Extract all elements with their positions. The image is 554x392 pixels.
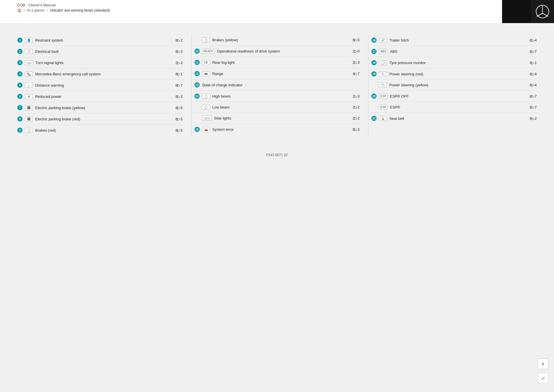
item-number: 8 xyxy=(17,116,23,122)
item-label: Range xyxy=(212,72,347,76)
item-label: Seat belt xyxy=(389,116,524,121)
scroll-more-button[interactable]: ⤢ xyxy=(538,373,548,383)
item-icon: ■■ xyxy=(202,71,210,76)
item-label: Mercedes-Benz emergency call system xyxy=(35,72,170,76)
breadcrumb-at-a-glance[interactable]: At a glance xyxy=(27,8,44,12)
column-2: ◯Brakes (yellow)8▷510READYOperational re… xyxy=(194,35,366,135)
item-label: Rear fog light xyxy=(212,60,347,65)
item-icon: READY xyxy=(202,49,215,54)
list-item: 4📞Mercedes-Benz emergency call system8▷1 xyxy=(17,68,183,80)
item-number: 2 xyxy=(17,49,23,54)
main-content: 1👤Restraint system8▷22⬜Electrical fault8… xyxy=(0,23,554,180)
header-main: EQB - Owner's Manual 🏠 > At a glance > I… xyxy=(0,0,502,23)
svg-line-2 xyxy=(537,13,542,16)
list-item: ◯Brakes (yellow)8▷5 xyxy=(194,35,360,46)
list-item: ◯Low beam2▷2 xyxy=(194,102,360,113)
item-label: Tyre pressure monitor xyxy=(389,61,524,65)
list-item: 1👤Restraint system8▷2 xyxy=(17,35,183,46)
breadcrumb-sep2: > xyxy=(46,8,48,12)
item-number: 4 xyxy=(17,71,23,76)
columns-container: 1👤Restraint system8▷22⬜Electrical fault8… xyxy=(17,35,537,136)
scroll-up-button[interactable]: ∧ xyxy=(538,359,548,369)
item-page: 8▷2 xyxy=(173,38,182,42)
item-icon: 👤 xyxy=(25,38,33,43)
item-icon: ◯ xyxy=(202,105,210,110)
item-icon: 🔒 xyxy=(379,116,387,121)
item-page: 8▷5 xyxy=(173,106,182,110)
item-page: 8▷3 xyxy=(173,49,182,54)
breadcrumb: 🏠 > At a glance > Indicator and warning … xyxy=(17,8,485,12)
item-label: System error xyxy=(212,127,347,132)
list-item: 7🆏Electric parking brake (yellow)8▷5 xyxy=(17,102,183,113)
item-page: 8▷4 xyxy=(527,72,537,76)
item-number: 5 xyxy=(17,83,23,88)
list-item: 20ESPESP® OFF8▷7 xyxy=(371,91,537,102)
item-number: 16 xyxy=(371,38,377,43)
list-item: 12■■Range4▷7 xyxy=(194,68,360,79)
item-icon: ◯ xyxy=(202,38,210,42)
mercedes-logo xyxy=(531,0,554,23)
item-icon: ◯ xyxy=(202,94,210,99)
list-item: 15🚗System error8▷3 xyxy=(194,124,360,135)
item-number: 11 xyxy=(194,60,200,65)
item-number: 12 xyxy=(194,71,200,76)
list-item: 14◯High beam2▷3 xyxy=(194,91,360,102)
item-label: Reduced power xyxy=(35,94,170,99)
list-item: 🔧Power steering (yellow)8▷4 xyxy=(371,80,537,91)
list-item: ◻◻◻Side lights2▷2 xyxy=(194,113,360,124)
item-page: 8▷7 xyxy=(527,94,537,98)
item-icon: ◯! xyxy=(379,60,387,65)
item-page: 8▷3 xyxy=(173,94,182,99)
header: EQB - Owner's Manual 🏠 > At a glance > I… xyxy=(0,0,554,23)
item-number: 10 xyxy=(194,48,200,54)
item-page: 8▷3 xyxy=(350,127,360,132)
item-number: 18 xyxy=(371,60,377,65)
item-label: Distance warning xyxy=(35,83,170,87)
item-page: 2▷2 xyxy=(350,116,360,120)
item-icon: 🔧 xyxy=(379,83,387,87)
column-3: 16🔗Trailer hitch8▷417ABSABS8▷718◯!Tyre p… xyxy=(371,35,537,124)
item-page: 8▷4 xyxy=(527,83,537,87)
item-icon: △ xyxy=(25,83,33,88)
item-number: 17 xyxy=(371,49,377,54)
item-page: 2▷2 xyxy=(350,105,360,109)
item-icon: ABS xyxy=(379,49,388,54)
list-item: 6⚙Reduced power8▷3 xyxy=(17,91,183,102)
item-number: 21 xyxy=(371,116,377,121)
breadcrumb-sep1: > xyxy=(23,8,25,12)
header-triangle xyxy=(502,0,531,23)
item-label: Turn signal lights xyxy=(35,61,171,65)
item-icon: 📞 xyxy=(25,72,33,76)
column-1: 1👤Restraint system8▷22⬜Electrical fault8… xyxy=(17,35,188,136)
item-page: 2▷3 xyxy=(350,94,360,98)
mercedes-star-icon xyxy=(536,5,549,18)
list-item: 9◯Brakes (red)8▷5 xyxy=(17,125,183,136)
item-icon: OE xyxy=(202,60,210,65)
item-page: 8▷4 xyxy=(527,38,537,42)
item-page: 8▷5 xyxy=(173,117,182,121)
item-icon: 🚗 xyxy=(202,127,210,132)
svg-line-3 xyxy=(542,13,548,16)
item-icon: ◇|◇ xyxy=(25,60,33,65)
item-number: 7 xyxy=(17,105,23,110)
item-page: 2▷3 xyxy=(350,60,360,65)
item-label: Power steering (red) xyxy=(389,72,524,76)
item-page: 8▷2 xyxy=(527,116,537,121)
app-title: EQB - Owner's Manual xyxy=(17,3,485,7)
item-label: Trailer hitch xyxy=(389,38,524,42)
item-icon: ESP xyxy=(379,94,388,99)
item-number: 1 xyxy=(17,38,23,43)
item-number: 3 xyxy=(17,60,23,65)
list-item: 11OERear fog light2▷3 xyxy=(194,57,360,68)
item-number: 9 xyxy=(17,128,23,133)
item-label: ABS xyxy=(390,49,524,54)
item-icon: ⚙ xyxy=(25,94,33,99)
item-label: Brakes (yellow) xyxy=(212,38,347,42)
item-page: 8▷7 xyxy=(527,49,537,54)
item-page: 4▷7 xyxy=(350,72,360,76)
item-label: ESP® OFF xyxy=(390,94,524,98)
item-icon: ◻◻◻ xyxy=(202,116,212,121)
breadcrumb-home[interactable]: 🏠 xyxy=(17,8,22,12)
list-item: 8🆏Electric parking brake (red)8▷5 xyxy=(17,113,183,125)
list-item: 10READYOperational readiness of drive sy… xyxy=(194,46,360,57)
